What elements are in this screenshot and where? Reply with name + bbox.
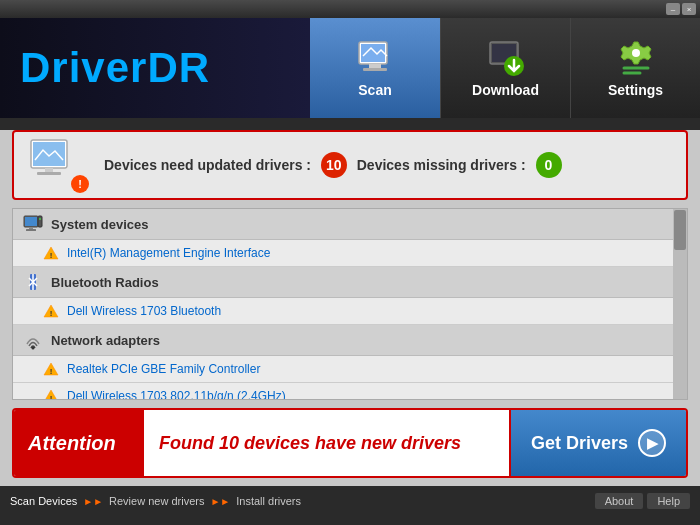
attention-label: Attention <box>14 410 144 476</box>
svg-point-7 <box>632 49 640 57</box>
about-button[interactable]: About <box>595 493 644 509</box>
tab-scan[interactable]: Scan <box>310 18 440 118</box>
device-list-container: System devices ! Intel(R) Management Eng… <box>12 208 688 400</box>
step-arrow-1: ►► <box>83 496 103 507</box>
help-label: Help <box>657 495 680 507</box>
close-button[interactable]: × <box>682 3 696 15</box>
device-list[interactable]: System devices ! Intel(R) Management Eng… <box>13 209 687 399</box>
svg-text:!: ! <box>50 309 53 318</box>
network-icon <box>23 330 43 350</box>
warning-icon: ! <box>43 245 59 261</box>
tab-settings-label: Settings <box>608 82 663 98</box>
svg-point-19 <box>39 218 41 220</box>
svg-point-25 <box>32 347 35 350</box>
step-arrow-2: ►► <box>210 496 230 507</box>
device-item-label: Dell Wireless 1703 Bluetooth <box>67 304 221 318</box>
minimize-button[interactable]: – <box>666 3 680 15</box>
svg-rect-3 <box>363 68 387 71</box>
svg-rect-17 <box>26 229 36 231</box>
summary-bar: ! Devices need updated drivers : 10 Devi… <box>12 130 688 200</box>
bluetooth-icon <box>23 272 43 292</box>
svg-rect-1 <box>361 44 385 62</box>
svg-rect-2 <box>369 64 381 68</box>
step-install-drivers: Install drivers <box>236 495 301 507</box>
warning-icon: ! <box>43 361 59 377</box>
tab-scan-label: Scan <box>358 82 391 98</box>
device-item-label: Dell Wireless 1703 802.11b/g/n (2.4GHz) <box>67 389 286 399</box>
action-bar: Attention Found 10 devices have new driv… <box>12 408 688 478</box>
nav-tabs: Scan Download Settings <box>310 18 700 118</box>
category-network-label: Network adapters <box>51 333 160 348</box>
warning-badge: ! <box>71 175 89 193</box>
step-review-drivers: Review new drivers <box>109 495 204 507</box>
summary-text: Devices need updated drivers : 10 Device… <box>104 152 568 178</box>
scrollbar-thumb[interactable] <box>674 210 686 250</box>
list-item[interactable]: ! Intel(R) Management Engine Interface <box>13 240 687 267</box>
help-button[interactable]: Help <box>647 493 690 509</box>
category-system-devices: System devices <box>13 209 687 240</box>
title-bar: – × <box>0 0 700 18</box>
logo-suffix: DR <box>147 44 210 91</box>
tab-download[interactable]: Download <box>440 18 570 118</box>
svg-text:!: ! <box>50 367 53 376</box>
device-item-label: Realtek PCIe GBE Family Controller <box>67 362 260 376</box>
main-content: ! Devices need updated drivers : 10 Devi… <box>0 130 700 486</box>
svg-rect-13 <box>37 172 61 175</box>
device-item-label: Intel(R) Management Engine Interface <box>67 246 270 260</box>
status-steps: Scan Devices ►► Review new drivers ►► In… <box>10 495 301 507</box>
download-icon <box>486 38 526 78</box>
svg-rect-15 <box>25 217 37 226</box>
list-item[interactable]: ! Dell Wireless 1703 Bluetooth <box>13 298 687 325</box>
category-network: Network adapters <box>13 325 687 356</box>
svg-rect-16 <box>29 227 33 229</box>
status-bar: Scan Devices ►► Review new drivers ►► In… <box>0 486 700 516</box>
system-devices-icon <box>23 214 43 234</box>
settings-icon <box>616 38 656 78</box>
tab-download-label: Download <box>472 82 539 98</box>
scan-icon <box>355 38 395 78</box>
svg-text:!: ! <box>50 251 53 260</box>
logo-area: DriverDR <box>0 18 310 118</box>
svg-text:!: ! <box>50 394 53 399</box>
scrollbar[interactable] <box>673 209 687 399</box>
list-item[interactable]: ! Dell Wireless 1703 802.11b/g/n (2.4GHz… <box>13 383 687 399</box>
arrow-circle-icon: ▶ <box>638 429 666 457</box>
category-bluetooth-label: Bluetooth Radios <box>51 275 159 290</box>
status-buttons: About Help <box>595 493 690 509</box>
step-scan-devices: Scan Devices <box>10 495 77 507</box>
summary-icon-area: ! <box>29 138 89 193</box>
action-message: Found 10 devices have new drivers <box>144 410 509 476</box>
update-count-badge: 10 <box>321 152 347 178</box>
about-label: About <box>605 495 634 507</box>
warning-icon: ! <box>43 388 59 399</box>
svg-rect-18 <box>38 216 42 227</box>
tab-settings[interactable]: Settings <box>570 18 700 118</box>
category-system-devices-label: System devices <box>51 217 149 232</box>
missing-label: Devices missing drivers : <box>357 157 526 173</box>
missing-count-badge: 0 <box>536 152 562 178</box>
logo-prefix: Driver <box>20 44 147 91</box>
header: DriverDR Scan Download <box>0 18 700 118</box>
get-drivers-button[interactable]: Get Drivers ▶ <box>509 410 686 476</box>
list-item[interactable]: ! Realtek PCIe GBE Family Controller <box>13 356 687 383</box>
monitor-icon <box>29 138 79 183</box>
category-bluetooth: Bluetooth Radios <box>13 267 687 298</box>
warning-icon: ! <box>43 303 59 319</box>
svg-rect-11 <box>33 142 65 166</box>
get-drivers-label: Get Drivers <box>531 433 628 454</box>
app-logo: DriverDR <box>20 44 210 92</box>
svg-rect-12 <box>45 168 53 172</box>
need-update-label: Devices need updated drivers : <box>104 157 311 173</box>
